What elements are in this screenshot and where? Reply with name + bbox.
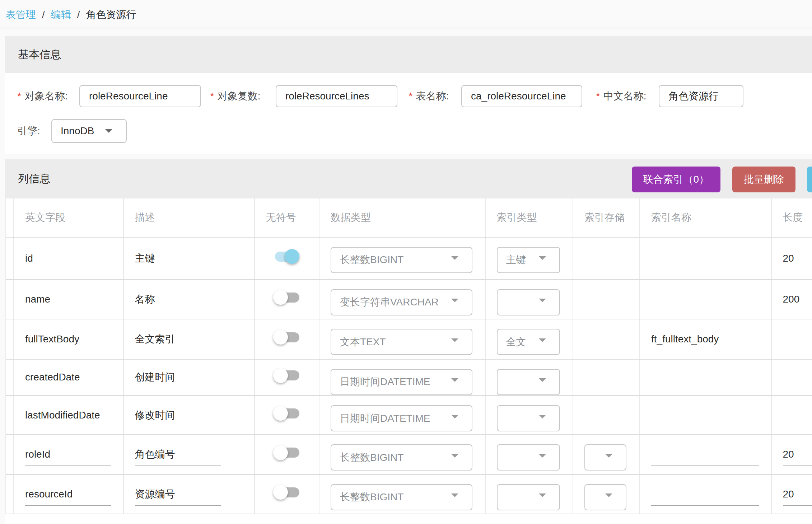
description-value: 主键 — [135, 252, 155, 265]
data-type-select[interactable]: 日期时间DATETIME — [331, 369, 472, 395]
index-name-input-underline[interactable] — [651, 505, 759, 506]
toggle-knob — [273, 368, 288, 383]
cell-index-type — [486, 435, 574, 474]
columns-title: 列信息 — [18, 172, 50, 186]
field-value: fullTextBody — [25, 333, 79, 345]
index-storage-select[interactable] — [584, 484, 626, 510]
engine-label: 引擎: — [17, 124, 40, 138]
engine-select-value: InnoDB — [61, 125, 94, 137]
cell-index-type — [486, 475, 574, 514]
batch-delete-button[interactable]: 批量删除 — [732, 167, 795, 193]
breadcrumb: 表管理/编辑/角色资源行 — [6, 9, 136, 20]
field-input-underline[interactable] — [25, 505, 111, 506]
cell-index-storage — [573, 396, 640, 434]
index-type-select[interactable] — [497, 444, 560, 471]
cell-index-storage — [573, 475, 640, 514]
field-input-underline[interactable] — [25, 465, 111, 466]
length-value: 20 — [783, 449, 794, 460]
length-input-underline[interactable] — [783, 465, 812, 466]
unsigned-toggle[interactable] — [275, 408, 299, 418]
required-asterisk: * — [409, 90, 413, 102]
cell-spacer — [6, 475, 14, 514]
breadcrumb-divider — [0, 28, 812, 28]
data-type-select-value: 文本TEXT — [340, 335, 386, 349]
table-row-createdDate: createdDate创建时间日期时间DATETIME — [6, 360, 812, 396]
breadcrumb-item-1[interactable]: 表管理 — [6, 8, 36, 22]
index-type-select[interactable] — [497, 405, 560, 431]
header-cell-3: 无符号 — [255, 198, 320, 237]
chevron-down-icon — [105, 129, 112, 133]
data-type-select[interactable]: 变长字符串VARCHAR — [331, 289, 472, 315]
cell-index-name — [640, 435, 772, 474]
chevron-down-icon — [451, 256, 458, 260]
cell-data-type: 长整数BIGINT — [319, 435, 486, 474]
form-input-value: roleResourceLine — [89, 90, 168, 102]
union-index-button[interactable]: 联合索引（0） — [632, 167, 720, 193]
cell-spacer — [6, 319, 14, 359]
cell-field: name — [14, 280, 124, 319]
index-type-select[interactable] — [497, 289, 560, 315]
cell-length — [772, 360, 812, 396]
description-value: 全文索引 — [135, 332, 175, 346]
chevron-down-icon — [605, 493, 612, 497]
form-input-4[interactable]: 角色资源行 — [659, 85, 743, 107]
index-type-select[interactable]: 主键 — [497, 247, 560, 273]
cell-description: 主键 — [124, 238, 255, 279]
data-type-select[interactable]: 长整数BIGINT — [331, 444, 472, 471]
breadcrumb-separator: / — [77, 9, 80, 20]
chevron-down-icon — [539, 378, 546, 382]
cell-unsigned — [255, 319, 320, 359]
cell-index-type: 全文 — [486, 319, 574, 359]
header-cell-4: 数据类型 — [319, 198, 486, 237]
unsigned-toggle[interactable] — [275, 370, 299, 380]
basic-info-header: 基本信息 — [5, 36, 812, 73]
description-value: 创建时间 — [135, 370, 175, 384]
columns-body: 英文字段描述无符号数据类型索引类型索引存储索引名称长度id主键长整数BIGINT… — [5, 198, 812, 524]
partial-right-button[interactable] — [807, 167, 812, 193]
table-row-resourceId: resourceId资源编号长整数BIGINT20 — [6, 475, 812, 514]
header-cell-6: 索引存储 — [573, 198, 640, 237]
unsigned-toggle[interactable] — [275, 252, 299, 262]
field-value: resourceId — [25, 488, 73, 500]
toggle-knob — [273, 406, 288, 421]
form-input-1[interactable]: roleResourceLine — [79, 85, 201, 107]
chevron-down-icon — [539, 493, 546, 497]
cell-data-type: 文本TEXT — [319, 319, 486, 359]
data-type-select-value: 日期时间DATETIME — [340, 412, 430, 425]
data-type-select[interactable]: 日期时间DATETIME — [331, 405, 472, 431]
index-type-select[interactable]: 全文 — [497, 329, 560, 355]
length-value: 20 — [783, 253, 794, 264]
index-name-input-underline[interactable] — [651, 465, 759, 466]
description-input-underline[interactable] — [135, 465, 221, 466]
table-row-id: id主键长整数BIGINT主键20 — [6, 238, 812, 280]
cell-spacer — [6, 360, 14, 396]
breadcrumb-separator: / — [42, 9, 45, 20]
toggle-knob — [285, 249, 299, 264]
cell-length: 20 — [772, 435, 812, 474]
cell-index-name — [640, 280, 772, 319]
data-type-select[interactable]: 长整数BIGINT — [331, 484, 472, 510]
header-cell-spacer — [6, 198, 14, 237]
engine-select[interactable]: InnoDB — [51, 119, 127, 143]
cell-index-storage — [573, 319, 640, 359]
breadcrumb-item-2[interactable]: 编辑 — [51, 8, 71, 22]
index-storage-select[interactable] — [584, 444, 626, 471]
header-label: 英文字段 — [25, 211, 65, 224]
form-input-2[interactable]: roleResourceLines — [276, 85, 397, 107]
header-label: 数据类型 — [331, 211, 371, 224]
unsigned-toggle[interactable] — [275, 487, 299, 497]
index-type-select-value: 全文 — [506, 335, 526, 349]
form-input-3[interactable]: ca_roleResourceLine — [461, 85, 582, 107]
field-value: createdDate — [25, 371, 80, 383]
data-type-select[interactable]: 长整数BIGINT — [331, 247, 472, 273]
unsigned-toggle[interactable] — [275, 332, 299, 342]
data-type-select[interactable]: 文本TEXT — [331, 329, 472, 355]
field-value: name — [25, 294, 50, 305]
index-type-select[interactable] — [497, 369, 560, 395]
unsigned-toggle[interactable] — [275, 448, 299, 458]
unsigned-toggle[interactable] — [275, 293, 299, 303]
table-header-row: 英文字段描述无符号数据类型索引类型索引存储索引名称长度 — [6, 198, 812, 238]
description-input-underline[interactable] — [135, 505, 221, 506]
index-type-select[interactable] — [497, 484, 560, 510]
length-input-underline[interactable] — [783, 505, 812, 506]
